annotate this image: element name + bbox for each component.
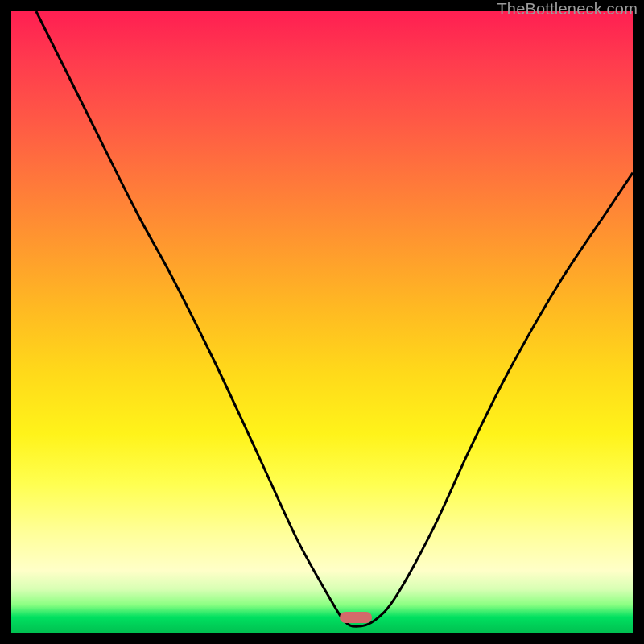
bottleneck-curve <box>11 11 633 633</box>
chart-frame: TheBottleneck.com <box>0 0 644 644</box>
watermark-text: TheBottleneck.com <box>497 0 638 19</box>
chart-plot-area <box>11 11 633 633</box>
optimal-marker <box>340 612 372 623</box>
